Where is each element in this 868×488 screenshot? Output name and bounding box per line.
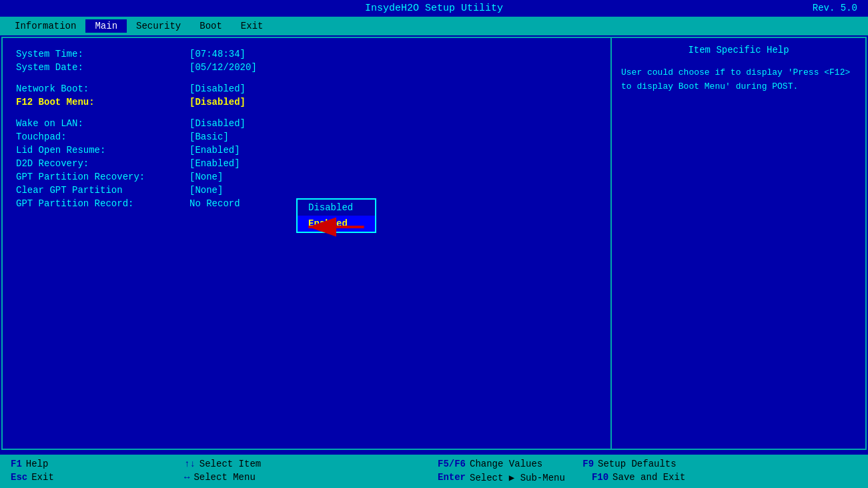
footer-left: F1 Help Esc Exit	[11, 459, 131, 484]
f12-boot-menu-value[interactable]: [Disabled]	[189, 97, 246, 107]
key-f9: F9	[582, 459, 594, 469]
left-panel: System Time: [07:48:34] System Date: [05…	[3, 38, 612, 449]
desc-select-menu: Select Menu	[193, 472, 255, 483]
d2d-recovery-row: D2D Recovery: [Enabled]	[16, 158, 597, 169]
gpt-partition-recovery-label: GPT Partition Recovery:	[16, 172, 189, 182]
gpt-partition-record-label: GPT Partition Record:	[16, 198, 189, 209]
menu-item-boot[interactable]: Boot	[190, 19, 232, 33]
system-date-row: System Date: [05/12/2020]	[16, 62, 597, 73]
touchpad-row: Touchpad: [Basic]	[16, 132, 597, 142]
d2d-recovery-value[interactable]: [Enabled]	[189, 158, 240, 169]
gpt-partition-recovery-row: GPT Partition Recovery: [None]	[16, 172, 597, 182]
app-title: InsydeH2O Setup Utility	[365, 3, 503, 14]
footer-updown: ↑↓ Select Item	[184, 459, 358, 469]
footer-f1: F1 Help	[11, 459, 131, 469]
spacer-2	[16, 110, 597, 118]
lid-open-resume-row: Lid Open Resume: [Enabled]	[16, 145, 597, 156]
desc-select-item: Select Item	[199, 459, 261, 469]
desc-setup-defaults: Setup Defaults	[598, 459, 677, 469]
footer-f5f6-f9: F5/F6 Change Values F9 Setup Defaults	[438, 459, 685, 469]
key-f5f6: F5/F6	[438, 459, 466, 469]
system-time-label: System Time:	[16, 49, 189, 59]
wake-on-lan-label: Wake on LAN:	[16, 118, 189, 129]
menu-item-information[interactable]: Information	[5, 19, 85, 33]
system-time-value[interactable]: [07:48:34]	[189, 49, 246, 59]
clear-gpt-partition-value[interactable]: [None]	[189, 185, 223, 196]
item-specific-help-title: Item Specific Help	[621, 45, 856, 55]
system-date-value[interactable]: [05/12/2020]	[189, 62, 257, 73]
menu-item-security[interactable]: Security	[127, 19, 190, 33]
right-panel: Item Specific Help User could choose if …	[612, 38, 865, 449]
lid-open-resume-value[interactable]: [Enabled]	[189, 145, 240, 156]
menu-item-main[interactable]: Main	[85, 19, 127, 33]
system-date-label: System Date:	[16, 62, 189, 73]
system-time-row: System Time: [07:48:34]	[16, 49, 597, 59]
wake-on-lan-value[interactable]: [Disabled]	[189, 118, 246, 129]
desc-help: Help	[26, 459, 49, 469]
key-f10: F10	[592, 472, 608, 483]
rev-label: Rev. 5.0	[813, 3, 857, 13]
touchpad-value[interactable]: [Basic]	[189, 132, 229, 142]
main-area: System Time: [07:48:34] System Date: [05…	[1, 37, 867, 450]
gpt-partition-record-value: No Record	[189, 198, 240, 209]
key-updown: ↑↓	[184, 459, 195, 469]
selection-arrow	[303, 217, 370, 237]
footer-leftright: ↔ Select Menu	[184, 472, 358, 483]
dropdown-option-disabled[interactable]: Disabled	[298, 200, 375, 216]
key-enter: Enter	[438, 472, 466, 483]
clear-gpt-partition-label: Clear GPT Partition	[16, 185, 189, 196]
menu-item-exit[interactable]: Exit	[232, 19, 273, 33]
desc-save-exit: Save and Exit	[612, 472, 685, 483]
footer-right: F5/F6 Change Values F9 Setup Defaults En…	[438, 459, 685, 485]
gpt-partition-recovery-value[interactable]: [None]	[189, 172, 223, 182]
network-boot-row: Network Boot: [Disabled]	[16, 83, 597, 94]
desc-change-values: Change Values	[470, 459, 542, 469]
wake-on-lan-row: Wake on LAN: [Disabled]	[16, 118, 597, 129]
f12-boot-menu-label: F12 Boot Menu:	[16, 97, 189, 107]
title-bar: InsydeH2O Setup Utility Rev. 5.0	[0, 0, 868, 17]
footer: F1 Help Esc Exit ↑↓ Select Item ↔ Select…	[0, 455, 868, 488]
menu-bar: Information Main Security Boot Exit	[0, 17, 868, 35]
f12-boot-menu-row: F12 Boot Menu: [Disabled]	[16, 97, 597, 107]
lid-open-resume-label: Lid Open Resume:	[16, 145, 189, 156]
key-esc: Esc	[11, 472, 27, 483]
footer-center: ↑↓ Select Item ↔ Select Menu	[184, 459, 358, 484]
network-boot-value[interactable]: [Disabled]	[189, 83, 246, 94]
key-leftright: ↔	[184, 472, 189, 483]
key-f1: F1	[11, 459, 22, 469]
footer-enter-f10: Enter Select ▶ Sub-Menu F10 Save and Exi…	[438, 472, 685, 483]
clear-gpt-partition-row: Clear GPT Partition [None]	[16, 185, 597, 196]
network-boot-label: Network Boot:	[16, 83, 189, 94]
arrow-container	[303, 217, 370, 237]
d2d-recovery-label: D2D Recovery:	[16, 158, 189, 169]
spacer-1	[16, 75, 597, 83]
help-text: User could choose if to display 'Press <…	[621, 66, 856, 94]
touchpad-label: Touchpad:	[16, 132, 189, 142]
desc-exit: Exit	[31, 472, 54, 483]
footer-esc: Esc Exit	[11, 472, 131, 483]
desc-select-submenu: Select ▶ Sub-Menu	[470, 472, 565, 483]
